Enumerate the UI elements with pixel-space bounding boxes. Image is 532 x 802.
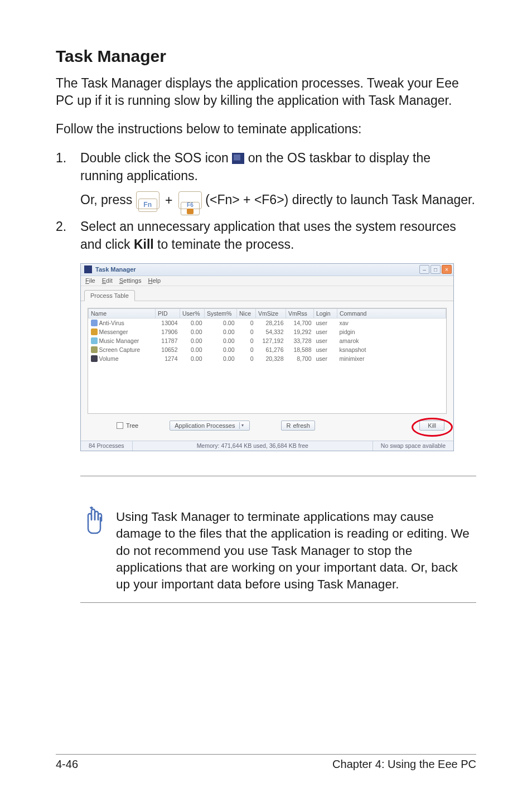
status-process-count: 84 Processes: [81, 441, 133, 451]
task-manager-window: Task Manager – □ × File Edit Settings He…: [80, 263, 454, 451]
col-nice[interactable]: Nice: [237, 308, 256, 318]
col-pid[interactable]: PID: [156, 308, 180, 318]
table-row[interactable]: Messenger179060.000.00054,33219,292userp…: [89, 327, 446, 336]
process-icon: [91, 337, 98, 344]
col-vmsize[interactable]: VmSize: [256, 308, 286, 318]
note-text: Using Task Manager to terminate applicat…: [116, 504, 473, 598]
f6-key-label: F6: [187, 202, 194, 208]
kill-button[interactable]: Kill: [419, 421, 444, 431]
checkbox-icon: [117, 422, 123, 429]
process-table: Name PID User% System% Nice VmSize VmRss…: [88, 308, 447, 414]
fn-key: Fn: [136, 191, 159, 209]
window-title: Task Manager: [95, 266, 136, 273]
maximize-button[interactable]: □: [431, 265, 441, 274]
close-button[interactable]: ×: [442, 265, 452, 274]
process-icon: [91, 328, 98, 335]
fn-key-label: Fn: [138, 199, 157, 212]
table-row[interactable]: Anti-Virus130040.000.00028,21614,700user…: [89, 318, 446, 327]
instructions-lead: Follow the instructions below to teminat…: [56, 120, 476, 138]
col-system[interactable]: System%: [205, 308, 237, 318]
or-press-label: Or, press: [80, 192, 136, 207]
menu-edit[interactable]: Edit: [102, 277, 113, 284]
app-icon: [84, 265, 92, 273]
menubar: File Edit Settings Help: [81, 276, 453, 286]
note-block: Using Task Manager to terminate applicat…: [80, 504, 476, 598]
table-row[interactable]: Screen Capture106520.000.00061,27618,588…: [89, 345, 446, 354]
step1-tail: (<Fn> + <F6>) directly to launch Task Ma…: [205, 192, 475, 207]
tab-process-table[interactable]: Process Table: [84, 290, 135, 301]
status-bar: 84 Processes Memory: 471,644 KB used, 36…: [81, 441, 453, 451]
col-vmrss[interactable]: VmRss: [286, 308, 314, 318]
col-user[interactable]: User%: [180, 308, 205, 318]
chevron-down-icon: ▾: [239, 422, 245, 429]
refresh-button[interactable]: Refresh: [281, 421, 315, 431]
section-heading: Task Manager: [56, 47, 476, 66]
chapter-label: Chapter 4: Using the Eee PC: [332, 758, 476, 771]
step1-text-a: Double click the SOS icon: [80, 151, 232, 165]
process-icon: [91, 320, 98, 326]
divider: [80, 602, 476, 603]
application-processes-dropdown[interactable]: Application Processes ▾: [170, 421, 250, 431]
col-name[interactable]: Name: [89, 308, 156, 318]
app-proc-label: Application Processes: [175, 422, 235, 429]
plus-symbol: +: [163, 191, 175, 209]
divider: [80, 476, 476, 476]
hand-icon: [80, 504, 106, 598]
intro-paragraph: The Task Manager displays the applicatio…: [56, 75, 476, 109]
page-number: 4-46: [56, 758, 78, 771]
tree-label: Tree: [126, 422, 138, 429]
table-header-row: Name PID User% System% Nice VmSize VmRss…: [89, 308, 446, 318]
menu-help[interactable]: Help: [148, 277, 161, 284]
f6-sub-icon: [187, 209, 194, 214]
page-footer: 4-46 Chapter 4: Using the Eee PC: [56, 754, 476, 771]
sos-icon: [232, 153, 244, 164]
col-command[interactable]: Command: [337, 308, 446, 318]
titlebar[interactable]: Task Manager – □ ×: [81, 264, 453, 276]
step-1: 1. Double click the SOS icon on the OS t…: [56, 149, 476, 209]
step-number: 2.: [56, 218, 80, 253]
f6-key: F6: [178, 191, 202, 209]
status-memory: Memory: 471,644 KB used, 36,684 KB free: [133, 441, 373, 451]
process-icon: [91, 346, 98, 353]
status-swap: No swap space available: [373, 441, 453, 451]
process-icon: [91, 355, 98, 362]
menu-file[interactable]: File: [85, 277, 95, 284]
kill-bold: Kill: [134, 237, 154, 252]
tree-checkbox[interactable]: Tree: [117, 422, 138, 429]
minimize-button[interactable]: –: [419, 265, 429, 274]
table-row[interactable]: Volume12740.000.00020,3288,700userminimi…: [89, 354, 446, 363]
step-number: 1.: [56, 149, 80, 209]
step-2: 2. Select an unnecessary application tha…: [56, 218, 476, 253]
step2-text-b: to teminate the process.: [154, 237, 294, 252]
table-row[interactable]: Music Manager117870.000.000127,19233,728…: [89, 336, 446, 345]
col-login[interactable]: Login: [314, 308, 337, 318]
menu-settings[interactable]: Settings: [119, 277, 142, 284]
